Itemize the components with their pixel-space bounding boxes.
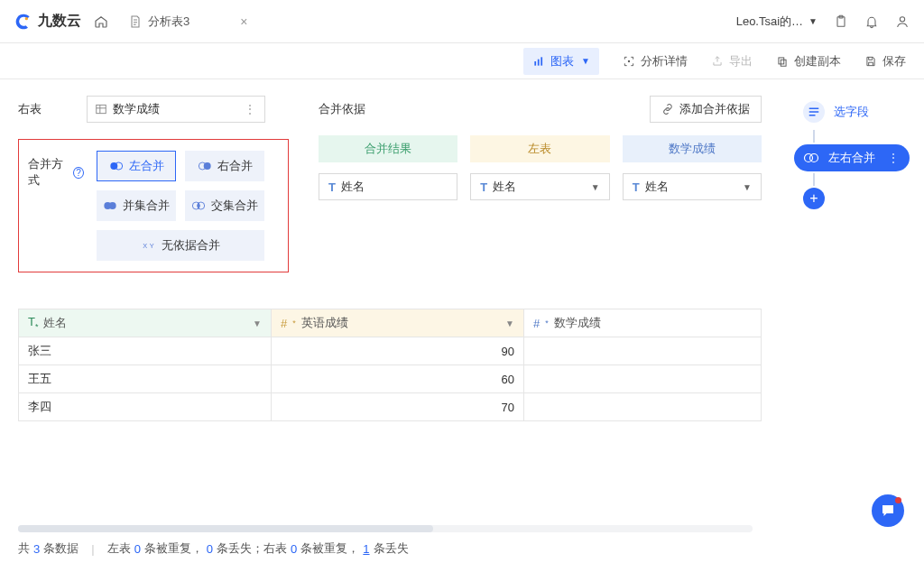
right-table-label: 右表 [18,96,74,117]
venn-union-icon [103,198,117,213]
chevron-down-icon[interactable]: ▼ [253,318,262,328]
basis-select-left[interactable]: T姓名▼ [470,173,609,200]
pill-math[interactable]: 数学成绩 [623,135,762,162]
basis-select-math[interactable]: T姓名▼ [623,173,762,200]
venn-intersect-icon [191,198,206,213]
chat-icon [880,503,896,519]
table-row: 李四70 [19,393,762,421]
help-icon[interactable]: ? [73,167,84,179]
pill-result[interactable]: 合并结果 [319,135,457,162]
home-icon[interactable] [94,14,108,29]
right-table-select[interactable]: 数学成绩 ⋮ [87,96,265,123]
svg-point-14 [203,162,210,170]
app-header: 九数云 分析表3 × Leo.Tsai的… ▼ [0,0,924,43]
main-left: 右表 数学成绩 ⋮ 合并方式 ? 左合并 [0,79,780,534]
chart-icon [532,55,545,68]
text-type-icon: T [480,180,487,194]
status-bar: 共 3 条数据 | 左表 0 条被重复， 0 条丢失；右表 0 条被重复， 1 … [0,534,924,563]
merge-nobasis-button[interactable]: XY 无依据合并 [97,230,264,261]
bell-icon[interactable] [864,14,879,29]
svg-point-16 [109,202,116,209]
add-basis-button[interactable]: 添加合并依据 [650,96,762,123]
table-icon [95,103,107,115]
cross-join-icon: XY [142,238,156,253]
col-name[interactable]: T*姓名▼ [19,309,272,337]
chevron-down-icon: ▼ [591,182,600,192]
svg-rect-9 [781,60,786,66]
chevron-down-icon: ▼ [581,56,590,66]
main-area: 右表 数学成绩 ⋮ 合并方式 ? 左合并 [0,79,924,534]
result-table: T*姓名▼ #*英语成绩▼ #*数学成绩 张三90 王五60 李四70 [18,309,762,421]
horizontal-scrollbar[interactable] [18,525,753,532]
save-icon [864,55,877,68]
copy-icon [776,55,789,68]
venn-left-icon [109,159,124,173]
brand-name: 九数云 [38,12,81,31]
steps-sidebar: 选字段 左右合并 ⋮ + [780,79,924,534]
pill-row: 合并结果 左表 数学成绩 [319,135,762,162]
venn-right-icon [198,159,212,173]
tab-label: 分析表3 [148,14,189,30]
col-math[interactable]: #*数学成绩 [524,309,762,337]
merge-right-button[interactable]: 右合并 [185,151,264,181]
tool-detail[interactable]: 分析详情 [623,53,688,69]
brand-logo: 九数云 [14,12,81,31]
col-eng[interactable]: #*英语成绩▼ [272,309,524,337]
svg-rect-4 [534,61,536,66]
tool-duplicate[interactable]: 创建副本 [776,53,841,69]
basis-select-result[interactable]: T姓名 [319,173,457,200]
text-type-icon: T [633,180,640,194]
svg-rect-8 [779,57,784,63]
step-connector [813,173,815,186]
svg-point-3 [900,16,904,21]
basis-label: 合并依据 [319,101,365,117]
action-toolbar: 图表▼ 分析详情 导出 创建副本 保存 [0,43,924,79]
tool-chart[interactable]: 图表▼ [523,48,599,75]
table-row: 张三90 [19,337,762,365]
clipboard-icon[interactable] [834,14,848,29]
merge-intersect-button[interactable]: 交集合并 [185,190,264,221]
merge-mode-label: 合并方式 ? [28,151,84,189]
chevron-down-icon[interactable]: ▼ [505,318,514,328]
svg-text:Y: Y [149,242,153,250]
user-label: Leo.Tsai的… [736,14,803,30]
tab-sheet[interactable]: 分析表3 × [128,0,247,43]
logo-icon [14,13,32,31]
basis-panel: 合并依据 添加合并依据 合并结果 左表 数学成绩 T姓名 T姓名▼ T姓名▼ [319,96,762,289]
svg-text:X: X [143,242,147,250]
svg-rect-10 [97,105,106,113]
tab-close-icon[interactable]: × [240,14,247,29]
merge-mode-panel: 合并方式 ? 左合并 右合并 [18,139,289,272]
svg-point-24 [810,154,818,162]
document-icon [128,14,143,29]
step-connector [813,130,815,143]
lost-link[interactable]: 1 [363,542,369,556]
svg-rect-6 [541,57,542,65]
svg-point-7 [628,60,630,61]
tool-export: 导出 [711,53,753,69]
chevron-down-icon: ▼ [808,16,818,26]
step-select-fields[interactable]: 选字段 [794,96,910,128]
step-merge[interactable]: 左右合并 ⋮ [794,144,910,171]
more-icon[interactable]: ⋮ [887,151,901,165]
svg-point-0 [25,17,28,20]
user-icon[interactable] [895,14,910,29]
text-type-icon: T [328,180,336,194]
merge-union-button[interactable]: 并集合并 [97,190,176,221]
more-icon[interactable]: ⋮ [244,102,257,116]
right-table-value: 数学成绩 [113,101,160,117]
list-icon [806,104,822,120]
table-row: 王五60 [19,365,762,393]
user-dropdown[interactable]: Leo.Tsai的… ▼ [736,14,818,30]
pill-left[interactable]: 左表 [470,135,609,162]
scan-icon [623,55,635,68]
add-step-button[interactable]: + [803,188,825,209]
merge-left-button[interactable]: 左合并 [97,151,176,181]
chevron-down-icon: ▼ [743,182,752,192]
tool-save[interactable]: 保存 [864,53,906,69]
export-icon [711,55,724,68]
chat-fab[interactable] [872,494,904,527]
scrollbar-thumb[interactable] [18,525,433,532]
tab-bar: 分析表3 × [128,0,247,43]
svg-rect-5 [538,59,540,65]
